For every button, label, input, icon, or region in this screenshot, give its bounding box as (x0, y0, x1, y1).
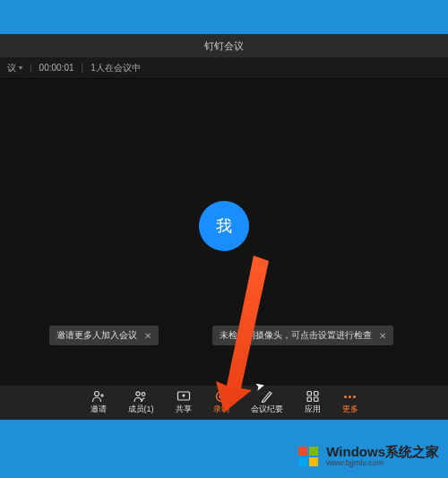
svg-point-1 (136, 392, 140, 395)
toast-text: 邀请更多人加入会议 (56, 329, 137, 342)
grid-icon (306, 390, 320, 403)
avatar-label: 我 (216, 215, 232, 237)
svg-rect-9 (314, 397, 318, 402)
toast-text: 未检测到摄像头，可点击设置进行检查 (220, 329, 372, 342)
window-title: 钉钉会议 (204, 39, 244, 53)
tool-label: 更多 (342, 404, 358, 415)
tool-label: 成员(1) (128, 404, 154, 415)
tool-label: 邀请 (90, 404, 107, 415)
members-button[interactable]: 成员(1) (128, 390, 154, 415)
record-button[interactable]: 录制 (213, 390, 229, 415)
invite-button[interactable]: 邀请 (90, 390, 107, 415)
self-avatar[interactable]: 我 (199, 201, 249, 251)
tool-label: 应用 (305, 404, 321, 415)
svg-rect-8 (307, 397, 312, 402)
title-bar: 钉钉会议 (0, 34, 448, 57)
invite-toast[interactable]: 邀请更多人加入会议 ✕ (49, 326, 159, 345)
tool-label: 会议纪要 (251, 404, 283, 415)
meeting-label: 议 (7, 62, 16, 74)
separator: | (82, 63, 84, 73)
toast-container: 邀请更多人加入会议 ✕ 未检测到摄像头，可点击设置进行检查 ✕ (0, 326, 448, 345)
chevron-down-icon: ▾ (19, 64, 22, 72)
notes-icon (260, 390, 274, 403)
tool-label: 录制 (213, 404, 229, 415)
watermark-url: www.bjjmlv.com (326, 459, 439, 468)
svg-point-2 (142, 393, 145, 396)
invite-icon (91, 390, 106, 403)
svg-point-5 (220, 395, 223, 398)
camera-toast[interactable]: 未检测到摄像头，可点击设置进行检查 ✕ (212, 326, 393, 345)
watermark: Windows系统之家 www.bjjmlv.com (296, 444, 439, 469)
apps-button[interactable]: 应用 (305, 390, 321, 415)
watermark-logo-icon (296, 444, 321, 469)
meeting-window: 钉钉会议 议 ▾ | 00:00:01 | 1人在会议中 我 ➤ 邀请更多人加入… (0, 34, 448, 420)
more-button[interactable]: 更多 (342, 390, 358, 415)
watermark-title: Windows系统之家 (326, 445, 439, 460)
close-icon[interactable]: ✕ (144, 331, 151, 341)
tool-label: 共享 (176, 404, 192, 415)
svg-rect-6 (307, 392, 312, 396)
bottom-toolbar: 邀请 成员(1) 共享 录制 会议纪要 (0, 386, 448, 420)
share-icon (177, 390, 191, 403)
separator: | (30, 63, 32, 73)
participant-count: 1人在会议中 (90, 62, 141, 74)
close-icon[interactable]: ✕ (379, 331, 386, 341)
record-icon (214, 390, 228, 403)
members-icon (134, 390, 148, 403)
svg-rect-7 (314, 392, 318, 396)
meeting-dropdown[interactable]: 议 ▾ (7, 62, 22, 74)
notes-button[interactable]: 会议纪要 (251, 390, 283, 415)
video-area: 我 ➤ 邀请更多人加入会议 ✕ 未检测到摄像头，可点击设置进行检查 ✕ (0, 79, 448, 386)
svg-rect-12 (309, 447, 318, 456)
svg-rect-13 (298, 457, 307, 466)
info-bar: 议 ▾ | 00:00:01 | 1人在会议中 (0, 57, 448, 79)
share-button[interactable]: 共享 (176, 390, 192, 415)
meeting-timer: 00:00:01 (39, 63, 74, 73)
svg-rect-14 (309, 457, 318, 466)
more-icon (343, 390, 358, 403)
svg-rect-11 (298, 447, 307, 456)
svg-point-0 (94, 392, 99, 396)
